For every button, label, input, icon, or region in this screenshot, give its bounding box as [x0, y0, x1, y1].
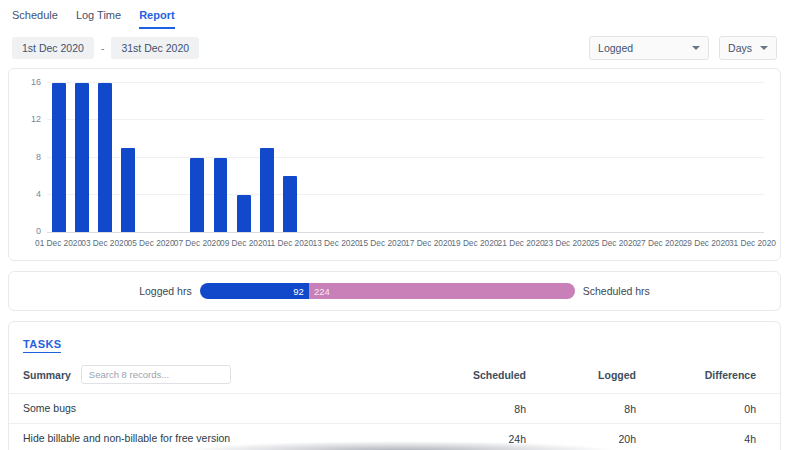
scheduled-hrs-label: Scheduled hrs: [583, 285, 650, 297]
x-axis-label: 27 Dec 2020: [636, 238, 683, 248]
tab-log-time[interactable]: Log Time: [76, 9, 121, 29]
x-axis-label: 31 Dec 2020: [729, 238, 776, 248]
x-axis-label: 15 Dec 2020: [359, 238, 406, 248]
tab-report[interactable]: Report: [139, 9, 174, 29]
chart-bar-day-8[interactable]: [214, 158, 228, 233]
x-axis-label: 25 Dec 2020: [590, 238, 637, 248]
column-header-summary[interactable]: Summary: [23, 369, 71, 381]
gridline: [47, 194, 764, 195]
x-axis-label: 23 Dec 2020: [544, 238, 591, 248]
chevron-down-icon: [692, 46, 700, 50]
y-axis-label: 16: [21, 77, 41, 87]
x-axis-label: 19 Dec 2020: [451, 238, 498, 248]
bottom-scroll-shadow: [185, 441, 615, 450]
x-axis-label: 09 Dec 2020: [220, 238, 267, 248]
column-header-logged[interactable]: Logged: [526, 369, 636, 381]
x-axis-label: 07 Dec 2020: [174, 238, 221, 248]
y-axis-label: 8: [21, 152, 41, 162]
top-tabs: Schedule Log Time Report: [0, 0, 789, 29]
cell-summary: Some bugs: [23, 401, 416, 416]
cell-logged: 8h: [526, 403, 636, 415]
chart-bar-day-2[interactable]: [75, 83, 89, 232]
x-axis-label: 03 Dec 2020: [81, 238, 128, 248]
date-range-separator: -: [101, 42, 105, 54]
table-row: Some bugs8h8h0h: [9, 393, 780, 423]
summary-header-cell: Summary: [23, 365, 416, 384]
metric-dropdown[interactable]: Logged: [589, 36, 709, 60]
granularity-dropdown[interactable]: Days: [719, 36, 777, 60]
x-axis-label: 01 Dec 2020: [35, 238, 82, 248]
tasks-card: TASKS Summary Scheduled Logged Differenc…: [8, 321, 781, 450]
chart-bar-day-4[interactable]: [121, 148, 135, 232]
gridline: [47, 157, 764, 158]
gridline: [47, 119, 764, 120]
logged-hrs-label: Logged hrs: [139, 285, 192, 297]
column-header-difference[interactable]: Difference: [636, 369, 756, 381]
chart-x-labels: 01 Dec 202003 Dec 202005 Dec 202007 Dec …: [47, 238, 764, 252]
chart-bar-day-11[interactable]: [283, 176, 297, 232]
date-to-chip[interactable]: 31st Dec 2020: [111, 37, 199, 59]
x-axis-label: 11 Dec 2020: [267, 238, 313, 248]
x-axis-label: 05 Dec 2020: [128, 238, 175, 248]
metric-dropdown-value: Logged: [598, 42, 633, 54]
gridline: [47, 82, 764, 83]
date-from-chip[interactable]: 1st Dec 2020: [12, 37, 94, 59]
x-axis-label: 21 Dec 2020: [498, 238, 545, 248]
chart-bar-day-3[interactable]: [98, 83, 112, 232]
chart-bar-day-7[interactable]: [190, 158, 204, 233]
y-axis-label: 4: [21, 189, 41, 199]
x-axis-label: 29 Dec 2020: [683, 238, 730, 248]
x-axis-label: 17 Dec 2020: [405, 238, 452, 248]
cell-difference: 4h: [636, 433, 756, 445]
cell-difference: 0h: [636, 403, 756, 415]
chevron-down-icon: [760, 46, 768, 50]
cell-scheduled: 8h: [416, 403, 526, 415]
tasks-section-title: TASKS: [23, 338, 61, 353]
granularity-dropdown-value: Days: [728, 42, 752, 54]
chart-bar-day-9[interactable]: [237, 195, 251, 232]
tab-schedule[interactable]: Schedule: [12, 9, 58, 29]
chart-bar-day-10[interactable]: [260, 148, 274, 232]
y-axis-label: 0: [21, 226, 41, 236]
logged-segment: 92: [200, 283, 309, 299]
chart-plot: 0481216: [47, 83, 764, 233]
filter-toolbar: 1st Dec 2020 - 31st Dec 2020 Logged Days: [0, 29, 789, 68]
column-header-scheduled[interactable]: Scheduled: [416, 369, 526, 381]
x-axis-label: 13 Dec 2020: [313, 238, 360, 248]
chart-bar-day-1[interactable]: [52, 83, 66, 232]
tasks-table-header: Summary Scheduled Logged Difference: [9, 363, 780, 393]
progress-bar: 92 224: [200, 283, 575, 299]
logged-hours-chart-card: 0481216 01 Dec 202003 Dec 202005 Dec 202…: [8, 68, 781, 261]
logged-vs-scheduled-card: Logged hrs 92 224 Scheduled hrs: [8, 271, 781, 311]
search-input[interactable]: [81, 365, 231, 384]
report-page: Schedule Log Time Report 1st Dec 2020 - …: [0, 0, 789, 450]
scheduled-segment: 224: [309, 283, 575, 299]
y-axis-label: 12: [21, 114, 41, 124]
